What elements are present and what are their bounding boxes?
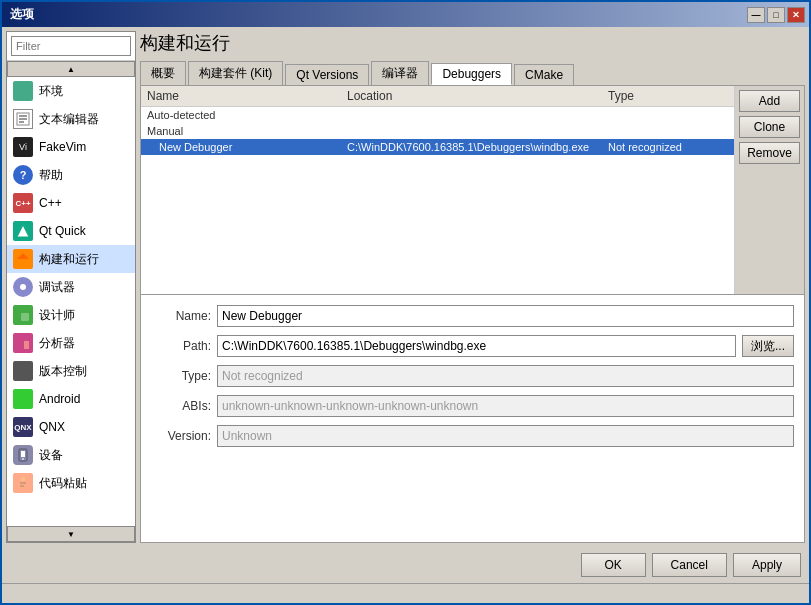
debuggers-table: Name Location Type Auto-detected Manual … [141,86,734,294]
sidebar-label-help: 帮助 [39,167,63,184]
sidebar-label-vcs: 版本控制 [39,363,87,380]
minimize-button[interactable]: — [747,7,765,23]
sidebar-item-build[interactable]: 构建和运行 [7,245,135,273]
form-row-abis: ABIs: [151,395,794,417]
remove-button[interactable]: Remove [739,142,800,164]
section-manual: Manual [141,123,734,139]
tabs-bar: 概要 构建套件 (Kit) Qt Versions 编译器 Debuggers … [140,61,805,85]
window-title: 选项 [10,6,34,23]
svg-line-21 [26,393,27,396]
tab-qt-versions[interactable]: Qt Versions [285,64,369,85]
form-row-name: Name: [151,305,794,327]
row-type: Not recognized [608,141,728,153]
sidebar-item-analyzer[interactable]: 分析器 [7,329,135,357]
sidebar-item-vcs[interactable]: 版本控制 [7,357,135,385]
svg-rect-11 [17,337,22,349]
qtquick-icon [13,221,33,241]
sidebar-label-build: 构建和运行 [39,251,99,268]
cpp-icon: C++ [13,193,33,213]
abis-input [217,395,794,417]
status-bar [2,583,809,603]
ok-button[interactable]: OK [581,553,646,577]
sidebar-item-fakevim[interactable]: Vi FakeVim [7,133,135,161]
fakevim-icon: Vi [13,137,33,157]
tab-kits[interactable]: 构建套件 (Kit) [188,61,283,85]
vcs-icon [13,361,33,381]
env-icon [13,81,33,101]
main-panel: 构建和运行 概要 构建套件 (Kit) Qt Versions 编译器 Debu… [140,31,805,543]
svg-marker-4 [17,225,29,237]
tab-overview[interactable]: 概要 [140,61,186,85]
col-name-header: Name [147,89,347,103]
table-row[interactable]: New Debugger C:\WinDDK\7600.16385.1\Debu… [141,139,734,155]
tab-cmake[interactable]: CMake [514,64,574,85]
row-location: C:\WinDDK\7600.16385.1\Debuggers\windbg.… [347,141,608,153]
maximize-button[interactable]: □ [767,7,785,23]
name-input[interactable] [217,305,794,327]
svg-rect-19 [20,395,26,399]
svg-rect-12 [24,341,29,349]
path-label: Path: [151,339,211,353]
sidebar-label-qnx: QNX [39,420,65,434]
svg-rect-10 [21,313,29,321]
sidebar-item-texteditor[interactable]: 文本编辑器 [7,105,135,133]
row-name: New Debugger [147,141,347,153]
designer-icon [13,305,33,325]
sidebar-label-debug: 调试器 [39,279,75,296]
debugger-form: Name: Path: 浏览... Type: ABIs: [140,295,805,543]
svg-point-14 [17,373,21,377]
filter-input[interactable] [11,36,131,56]
svg-point-24 [22,458,24,460]
apply-button[interactable]: Apply [733,553,801,577]
browse-button[interactable]: 浏览... [742,335,794,357]
sidebar-item-help[interactable]: ? 帮助 [7,161,135,189]
sidebar-item-qtquick[interactable]: Qt Quick [7,217,135,245]
version-input [217,425,794,447]
tab-compiler[interactable]: 编译器 [371,61,429,85]
debug-icon [13,277,33,297]
svg-rect-23 [21,451,25,457]
sidebar-label-android: Android [39,392,80,406]
clipboard-icon [13,473,33,493]
sidebar-label-device: 设备 [39,447,63,464]
svg-marker-6 [17,253,29,259]
sidebar-label-env: 环境 [39,83,63,100]
sidebar: ▲ 环境 文本编辑器 Vi FakeVim ? [6,31,136,543]
form-row-path: Path: 浏览... [151,335,794,357]
form-row-version: Version: [151,425,794,447]
section-auto-detected: Auto-detected [141,107,734,123]
sidebar-item-env[interactable]: 环境 [7,77,135,105]
svg-point-13 [20,364,26,370]
sidebar-item-android[interactable]: Android [7,385,135,413]
panel-title: 构建和运行 [140,31,805,55]
sidebar-list: 环境 文本编辑器 Vi FakeVim ? 帮助 C++ [7,77,135,526]
col-type-header: Type [608,89,728,103]
sidebar-item-clipboard[interactable]: 代码粘贴 [7,469,135,497]
abis-label: ABIs: [151,399,211,413]
texteditor-icon [13,109,33,129]
analyzer-icon [13,333,33,353]
qnx-icon: QNX [13,417,33,437]
sidebar-scroll-up[interactable]: ▲ [7,61,135,77]
type-input [217,365,794,387]
sidebar-label-clipboard: 代码粘贴 [39,475,87,492]
add-button[interactable]: Add [739,90,800,112]
sidebar-label-texteditor: 文本编辑器 [39,111,99,128]
sidebar-label-cpp: C++ [39,196,62,210]
tab-debuggers[interactable]: Debuggers [431,63,512,85]
sidebar-item-debug[interactable]: 调试器 [7,273,135,301]
sidebar-item-device[interactable]: 设备 [7,441,135,469]
sidebar-scroll-down[interactable]: ▼ [7,526,135,542]
name-label: Name: [151,309,211,323]
android-icon [13,389,33,409]
help-icon: ? [13,165,33,185]
window: 选项 — □ ✕ ▲ 环境 文本编辑器 [0,0,811,605]
sidebar-item-designer[interactable]: 设计师 [7,301,135,329]
path-input[interactable] [217,335,736,357]
clone-button[interactable]: Clone [739,116,800,138]
sidebar-item-cpp[interactable]: C++ C++ [7,189,135,217]
col-location-header: Location [347,89,608,103]
close-button[interactable]: ✕ [787,7,805,23]
sidebar-item-qnx[interactable]: QNX QNX [7,413,135,441]
cancel-button[interactable]: Cancel [652,553,727,577]
